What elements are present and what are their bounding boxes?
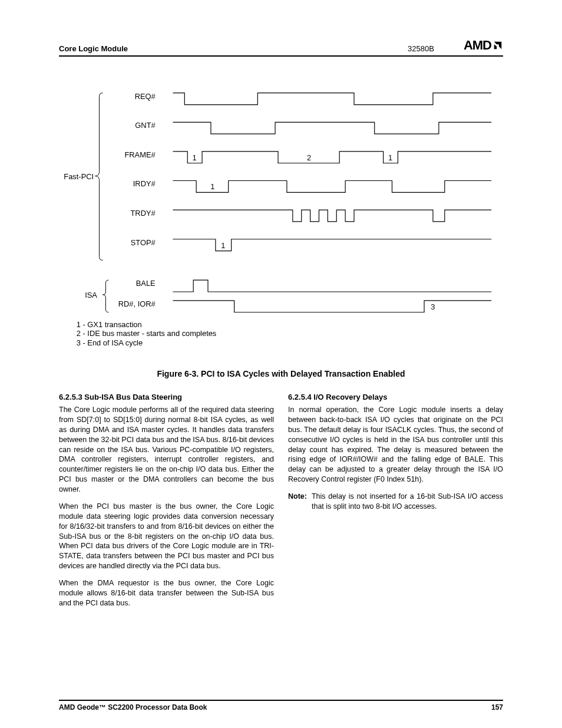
sig-irdy-label: IRDY#	[133, 179, 156, 188]
amd-logo: AMD	[464, 38, 503, 53]
rdior-num-3: 3	[431, 302, 435, 311]
group-isa-label: ISA	[85, 291, 97, 299]
frame-num-1a: 1	[193, 153, 197, 162]
section-6253-head: 6.2.5.3 Sub-ISA Bus Data Steering	[59, 393, 274, 401]
page-header: Core Logic Module 32580B AMD	[59, 38, 503, 57]
section-6254-p1: In normal operation, the Core Logic modu…	[288, 405, 503, 485]
doc-number: 32580B	[408, 44, 434, 53]
sig-trdy-label: TRDY#	[130, 209, 156, 218]
sig-req-label: REQ#	[135, 92, 156, 101]
header-title: Core Logic Module	[59, 44, 128, 53]
header-right: 32580B AMD	[408, 38, 503, 53]
note-label: Note:	[288, 492, 307, 512]
section-6253-p3: When the DMA requestor is the bus owner,…	[59, 578, 274, 608]
sig-frame-label: FRAME#	[124, 150, 156, 159]
timing-diagram: Fast-PCI ISA REQ# GNT# FRAME# IRDY# TRDY…	[59, 80, 503, 357]
sig-gnt-label: GNT#	[135, 121, 156, 130]
frame-num-1b: 1	[388, 153, 392, 162]
legend-line2: 2 - IDE bus master - starts and complete…	[77, 329, 217, 338]
sig-rdior-label: RD#, IOR#	[118, 299, 156, 308]
legend-line1: 1 - GX1 transaction	[77, 320, 142, 329]
amd-arrow-icon	[492, 40, 503, 51]
footer-page-number: 157	[491, 703, 503, 711]
sig-stop-label: STOP#	[131, 238, 156, 247]
legend-line3: 3 - End of ISA cycle	[77, 338, 143, 347]
page-footer: AMD Geode™ SC2200 Processor Data Book 15…	[59, 700, 503, 711]
sig-bale-label: BALE	[136, 279, 156, 288]
section-6254-note: Note: This delay is not inserted for a 1…	[288, 492, 503, 512]
figure-title: Figure 6-3. PCI to ISA Cycles with Delay…	[59, 369, 503, 378]
left-column: 6.2.5.3 Sub-ISA Bus Data Steering The Co…	[59, 393, 274, 615]
note-text: This delay is not inserted for a 16-bit …	[312, 492, 503, 512]
section-6253-p2: When the PCI bus master is the bus owner…	[59, 502, 274, 571]
amd-logo-text: AMD	[464, 38, 491, 53]
section-6254-head: 6.2.5.4 I/O Recovery Delays	[288, 393, 503, 401]
frame-num-2: 2	[307, 153, 311, 162]
body-columns: 6.2.5.3 Sub-ISA Bus Data Steering The Co…	[59, 393, 503, 615]
page: Core Logic Module 32580B AMD Fast-PCI IS…	[0, 0, 562, 728]
timing-svg: Fast-PCI ISA REQ# GNT# FRAME# IRDY# TRDY…	[59, 80, 503, 357]
stop-num-1: 1	[221, 241, 225, 250]
group-fastpci-label: Fast-PCI	[64, 172, 94, 181]
irdy-num-1: 1	[210, 182, 214, 191]
section-6253-p1: The Core Logic module performs all of th…	[59, 405, 274, 495]
footer-left: AMD Geode™ SC2200 Processor Data Book	[59, 703, 207, 711]
right-column: 6.2.5.4 I/O Recovery Delays In normal op…	[288, 393, 503, 615]
